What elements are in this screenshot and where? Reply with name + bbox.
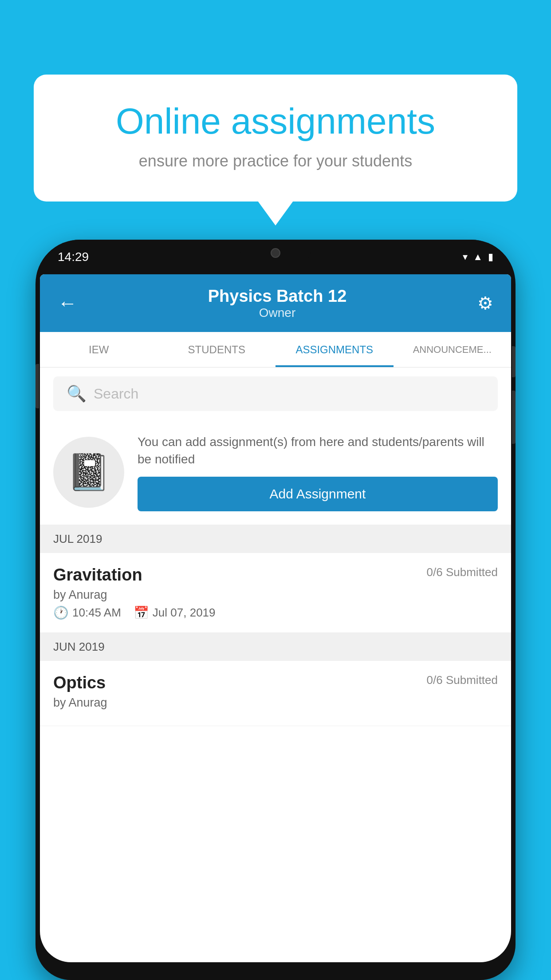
assignment-top-row: Gravitation 0/6 Submitted xyxy=(53,565,498,585)
assignment-date-gravitation: 📅 Jul 07, 2019 xyxy=(134,605,216,620)
phone-notch xyxy=(240,240,311,266)
speech-bubble-card: Online assignments ensure more practice … xyxy=(34,75,517,202)
assignment-optics-top-row: Optics 0/6 Submitted xyxy=(53,673,498,692)
phone-time: 14:29 xyxy=(58,250,89,264)
signal-icon: ▲ xyxy=(473,251,483,263)
tabs-row: IEW STUDENTS ASSIGNMENTS ANNOUNCEME... xyxy=(40,332,511,368)
calendar-icon: 📅 xyxy=(134,605,149,620)
header-title-area: Physics Batch 12 Owner xyxy=(208,287,347,320)
add-assignment-button[interactable]: Add Assignment xyxy=(138,477,498,511)
phone-status-bar: 14:29 ▾ ▲ ▮ xyxy=(35,240,516,274)
batch-subtitle: Owner xyxy=(208,306,347,320)
search-icon: 🔍 xyxy=(67,384,87,403)
status-icons: ▾ ▲ ▮ xyxy=(463,251,493,263)
month-header-jul: JUL 2019 xyxy=(40,525,511,553)
wifi-icon: ▾ xyxy=(463,251,468,263)
speech-bubble-title: Online assignments xyxy=(65,101,486,141)
settings-icon[interactable]: ⚙ xyxy=(477,293,493,313)
battery-icon: ▮ xyxy=(488,251,493,263)
tab-students[interactable]: STUDENTS xyxy=(158,332,276,367)
assignment-name-gravitation: Gravitation xyxy=(53,565,142,585)
search-placeholder: Search xyxy=(94,386,138,402)
speech-bubble-subtitle: ensure more practice for your students xyxy=(65,152,486,170)
tab-announcements[interactable]: ANNOUNCEME... xyxy=(394,332,512,367)
phone-camera xyxy=(271,248,280,258)
assignment-meta-gravitation: 🕐 10:45 AM 📅 Jul 07, 2019 xyxy=(53,605,498,620)
promo-right: You can add assignment(s) from here and … xyxy=(138,433,498,511)
promo-icon-circle: 📓 xyxy=(53,437,124,508)
search-container: 🔍 Search xyxy=(40,368,511,420)
phone-power-button xyxy=(512,346,516,377)
phone-frame: 14:29 ▾ ▲ ▮ ← Physics Batch 12 Owner ⚙ I… xyxy=(35,240,516,980)
add-assignment-promo: 📓 You can add assignment(s) from here an… xyxy=(40,420,511,525)
search-bar[interactable]: 🔍 Search xyxy=(53,376,498,411)
assignment-by-gravitation: by Anurag xyxy=(53,588,498,602)
assignment-submitted-gravitation: 0/6 Submitted xyxy=(427,565,498,579)
app-header: ← Physics Batch 12 Owner ⚙ xyxy=(40,274,511,332)
assignment-name-optics: Optics xyxy=(53,673,106,692)
notebook-icon: 📓 xyxy=(67,451,111,493)
assignment-submitted-optics: 0/6 Submitted xyxy=(427,673,498,687)
assignment-by-optics: by Anurag xyxy=(53,696,498,710)
phone-volume-down-button xyxy=(512,391,516,444)
assignment-item-gravitation[interactable]: Gravitation 0/6 Submitted by Anurag 🕐 10… xyxy=(40,553,511,633)
back-button[interactable]: ← xyxy=(58,292,77,314)
phone-volume-button xyxy=(35,364,39,408)
assignment-time-gravitation: 🕐 10:45 AM xyxy=(53,605,121,620)
phone-screen: ← Physics Batch 12 Owner ⚙ IEW STUDENTS … xyxy=(40,274,511,962)
batch-title: Physics Batch 12 xyxy=(208,287,347,306)
tab-assignments[interactable]: ASSIGNMENTS xyxy=(276,332,394,367)
promo-text: You can add assignment(s) from here and … xyxy=(138,433,498,468)
assignment-item-optics[interactable]: Optics 0/6 Submitted by Anurag xyxy=(40,661,511,726)
tab-iew[interactable]: IEW xyxy=(40,332,158,367)
month-header-jun: JUN 2019 xyxy=(40,633,511,661)
clock-icon: 🕐 xyxy=(53,605,69,620)
